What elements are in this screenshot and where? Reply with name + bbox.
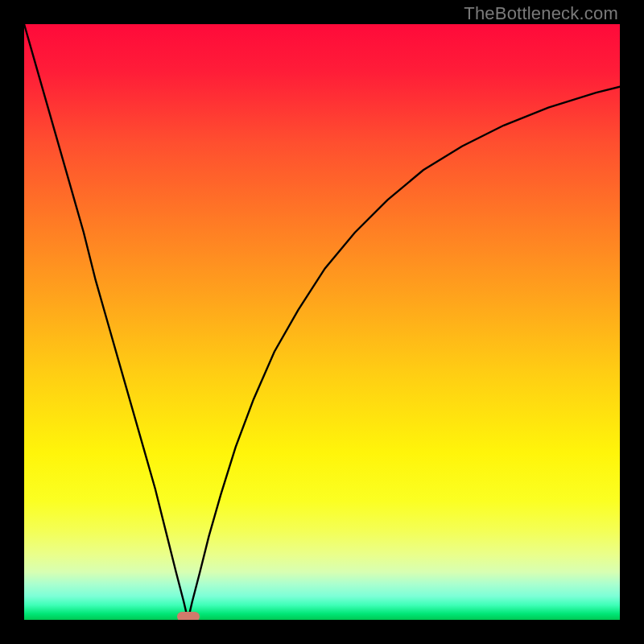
plot-area (24, 24, 620, 620)
curve-left-branch (24, 24, 188, 620)
curve-right-branch (188, 87, 621, 620)
chart-frame: TheBottleneck.com (0, 0, 644, 644)
watermark-text: TheBottleneck.com (464, 3, 618, 24)
curve-layer (24, 24, 620, 620)
minimum-marker (177, 612, 200, 620)
